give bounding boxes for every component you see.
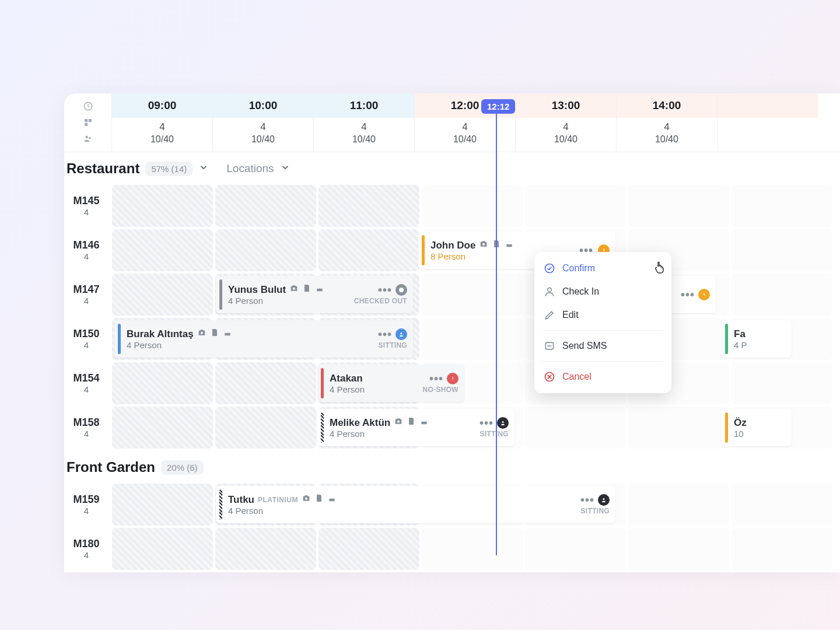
svg-rect-12: [453, 377, 453, 379]
svg-point-16: [305, 498, 307, 500]
menu-item-edit[interactable]: Edit: [534, 303, 671, 327]
svg-point-7: [293, 288, 295, 290]
status-badge-icon: [396, 284, 407, 296]
status-bar: [725, 412, 728, 443]
reservation-meta: 4 Person: [228, 296, 354, 306]
reservation-status: SITTING: [581, 507, 610, 515]
reservation-meta: 10: [734, 429, 786, 439]
reservation-card-fa[interactable]: Fa4 P: [722, 320, 792, 358]
svg-point-10: [401, 332, 402, 334]
table-row-m154: M1544 Atakan4 Person ••• NO-SHOW: [64, 362, 840, 404]
table-label[interactable]: M1594: [64, 484, 108, 526]
reservation-card-yunus[interactable]: Yunus Bulut 4 Person ••• CHECKED OUT: [216, 276, 413, 313]
table-row-m146: M1464 John Doe 8 Person •••: [64, 229, 840, 271]
reservation-card-tutku[interactable]: Tutku PLATINIUM 4 Person ••• SITTING: [216, 486, 615, 523]
timeline-icon-column: [64, 93, 112, 152]
section-header-front-garden: Front Garden 20% (6): [64, 451, 840, 484]
menu-item-cancel[interactable]: Cancel: [534, 365, 671, 388]
chevron-down-icon[interactable]: [198, 162, 209, 175]
time-col-1300[interactable]: 13:00410/40: [516, 93, 617, 152]
status-bar: [118, 324, 121, 354]
more-icon[interactable]: •••: [681, 289, 695, 300]
cancel-icon: [544, 371, 555, 383]
reservation-context-menu: Confirm Check In Edit Send SMS Cancel: [534, 252, 671, 393]
svg-rect-1: [85, 119, 88, 122]
more-icon[interactable]: •••: [429, 373, 443, 384]
status-badge-icon: [497, 417, 509, 429]
camera-icon: [479, 239, 488, 251]
chevron-down-icon[interactable]: [280, 162, 290, 175]
time-col-1400[interactable]: 14:00410/40: [617, 93, 718, 152]
svg-point-6: [482, 243, 485, 246]
camera-icon: [394, 416, 403, 429]
table-label[interactable]: M1464: [64, 229, 108, 271]
reservation-name: Burak Altıntaş: [127, 328, 194, 340]
table-label[interactable]: M1584: [64, 407, 108, 449]
cake-icon: [223, 328, 232, 340]
camera-icon: [289, 284, 299, 296]
section-occupancy-badge: 20% (6): [161, 460, 204, 475]
timeline-columns: 09:00410/40 10:00410/40 11:00410/40 12:0…: [112, 93, 840, 152]
table-label[interactable]: M1804: [64, 528, 108, 570]
table-label[interactable]: M1544: [64, 362, 108, 404]
note-icon: [210, 328, 219, 340]
sms-icon: [544, 340, 555, 352]
table-label[interactable]: M1504: [64, 318, 108, 360]
time-col-0900[interactable]: 09:00410/40: [112, 93, 213, 152]
more-icon[interactable]: •••: [480, 417, 494, 429]
reservation-status: CHECKED OUT: [354, 297, 407, 305]
reservation-card-melike[interactable]: Melike Aktün 4 Person ••• SITTING: [317, 409, 514, 446]
more-icon[interactable]: •••: [378, 284, 392, 296]
svg-point-18: [545, 264, 554, 273]
reservation-meta: 4 Person: [330, 384, 423, 394]
section-title: Front Garden: [66, 459, 155, 475]
menu-separator: [542, 361, 663, 362]
menu-label: Edit: [562, 310, 579, 320]
note-icon: [302, 284, 312, 296]
reservation-card-oz[interactable]: Öz10: [722, 409, 792, 446]
reservation-name: John Doe: [430, 240, 475, 251]
table-row-m147: M1474 Yunus Bulut 4 Person ••• CHECKED O…: [64, 274, 840, 316]
status-bar: [422, 235, 425, 265]
status-badge-icon: [598, 494, 610, 506]
current-time-line: [496, 112, 497, 555]
menu-item-confirm[interactable]: Confirm: [534, 257, 671, 280]
reservation-status: SITTING: [480, 430, 509, 438]
reservation-card-atakan[interactable]: Atakan4 Person ••• NO-SHOW: [317, 365, 464, 402]
section-title: Restaurant: [66, 160, 139, 177]
table-row-m150: M1504 Burak Altıntaş 4 Person ••• SITTIN…: [64, 318, 840, 360]
status-bar: [725, 324, 728, 354]
people-icon: [82, 133, 94, 145]
svg-point-9: [201, 332, 203, 334]
table-label[interactable]: M1474: [64, 274, 108, 316]
reservation-name: Tutku: [228, 494, 254, 506]
reservation-status: NO-SHOW: [423, 386, 459, 394]
more-icon[interactable]: •••: [378, 328, 392, 340]
svg-point-19: [548, 288, 552, 292]
table-row-m159: M1594 Tutku PLATINIUM 4 Person ••• SITTI…: [64, 484, 840, 526]
reservation-name: Fa: [734, 328, 746, 340]
svg-point-15: [502, 421, 504, 423]
status-bar: [321, 368, 324, 398]
svg-point-8: [399, 288, 404, 292]
reservation-name: Yunus Bulut: [228, 284, 286, 296]
section-header-restaurant: Restaurant 57% (14) Locations: [64, 152, 840, 185]
reservation-status: SITTING: [379, 341, 407, 349]
time-col-1000[interactable]: 10:00410/40: [213, 93, 314, 152]
grid-icon: [82, 117, 94, 128]
locations-filter[interactable]: Locations: [226, 162, 274, 175]
table-row-m180: M1804: [64, 528, 840, 570]
cake-icon: [315, 284, 324, 296]
reservation-meta: 4 Person: [330, 429, 480, 439]
time-col-1500[interactable]: [718, 93, 818, 152]
menu-label: Check In: [562, 286, 599, 297]
reservation-meta: 4 P: [734, 340, 786, 350]
time-col-1100[interactable]: 11:00410/40: [314, 93, 415, 152]
reservation-name: Melike Aktün: [330, 417, 390, 429]
more-icon[interactable]: •••: [580, 494, 594, 506]
menu-item-checkin[interactable]: Check In: [534, 280, 671, 303]
cursor-pointer-icon: [653, 260, 667, 276]
table-label[interactable]: M1454: [64, 185, 108, 227]
menu-item-sms[interactable]: Send SMS: [534, 334, 671, 358]
reservation-card-burak[interactable]: Burak Altıntaş 4 Person ••• SITTING: [114, 320, 413, 358]
